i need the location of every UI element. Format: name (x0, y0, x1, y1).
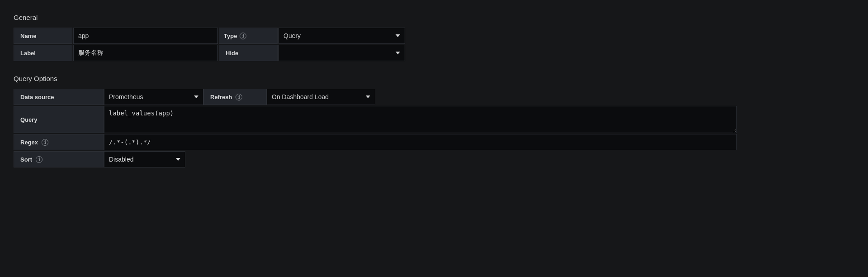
name-input[interactable] (73, 28, 218, 44)
refresh-label: Refresh ℹ (203, 89, 267, 105)
refresh-select[interactable]: On Dashboard Load (267, 89, 375, 105)
query-options-title: Query Options (14, 75, 737, 82)
label-hide-row: Label Hide Variable Label (14, 45, 443, 61)
sort-row: Sort ℹ Disabled Alphabetical (asc) Alpha… (14, 151, 737, 167)
type-select[interactable]: Query (278, 28, 405, 44)
name-label: Name (14, 28, 72, 44)
query-textarea[interactable]: label_values(app) (104, 106, 737, 133)
regex-label: Regex ℹ (14, 134, 104, 150)
regex-input[interactable] (104, 134, 737, 150)
data-source-select[interactable]: Prometheus (104, 89, 203, 105)
label-input[interactable] (73, 45, 218, 61)
sort-select[interactable]: Disabled Alphabetical (asc) Alphabetical… (104, 151, 185, 167)
query-row: Query label_values(app) (14, 106, 737, 133)
label-label: Label (14, 45, 72, 61)
datasource-refresh-row: Data source Prometheus Refresh ℹ On Dash… (14, 89, 737, 105)
query-label: Query (14, 106, 104, 133)
hide-label-cell: Hide (219, 45, 278, 61)
type-info-icon[interactable]: ℹ (240, 33, 246, 39)
regex-row: Regex ℹ (14, 134, 737, 150)
general-section: General Name Type ℹ Query Label Hide Var… (14, 14, 854, 61)
refresh-info-icon[interactable]: ℹ (236, 94, 242, 100)
general-title: General (14, 14, 854, 21)
query-options-section: Query Options Data source Prometheus Ref… (14, 75, 737, 167)
sort-info-icon[interactable]: ℹ (36, 156, 42, 163)
sort-label: Sort ℹ (14, 151, 104, 167)
regex-info-icon[interactable]: ℹ (42, 139, 48, 146)
type-label-cell: Type ℹ (219, 28, 278, 44)
hide-select[interactable]: Variable Label (278, 45, 405, 61)
name-type-row: Name Type ℹ Query (14, 28, 443, 44)
data-source-label: Data source (14, 89, 104, 105)
